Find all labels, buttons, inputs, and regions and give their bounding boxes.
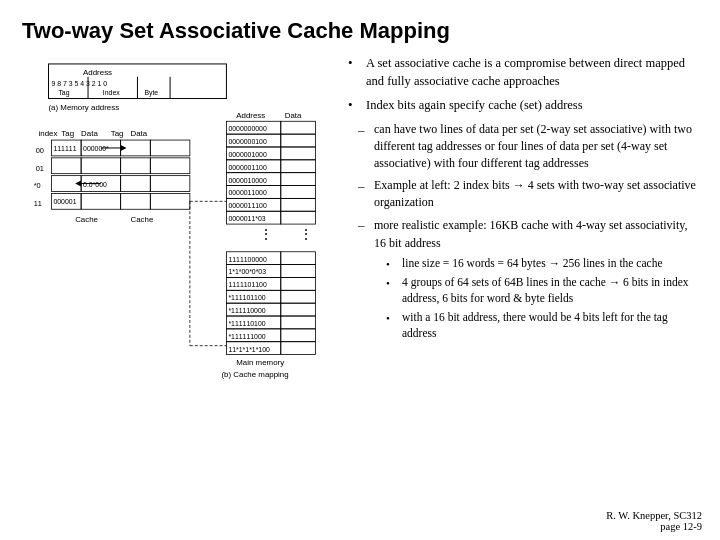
- svg-rect-64: [281, 186, 316, 199]
- svg-text:1111100000: 1111100000: [228, 256, 267, 263]
- bullet-2: • Index bits again specify cache (set) a…: [348, 96, 698, 115]
- svg-rect-25: [121, 158, 151, 174]
- svg-text:Tag: Tag: [61, 129, 74, 138]
- svg-rect-55: [281, 147, 316, 160]
- svg-text:0000011100: 0000011100: [228, 202, 267, 209]
- sub-sub-2-text: 4 groups of 64 sets of 64B lines in the …: [402, 275, 698, 307]
- svg-text:(b) Cache mapping: (b) Cache mapping: [221, 370, 288, 379]
- page-title: Two-way Set Associative Cache Mapping: [22, 18, 698, 44]
- svg-text:0000001100: 0000001100: [228, 164, 267, 171]
- svg-text:index: index: [39, 129, 58, 138]
- svg-marker-40: [121, 145, 127, 151]
- dash-2: –: [358, 177, 370, 196]
- sub-sub-list: • line size = 16 words = 64 bytes → 256 …: [386, 256, 698, 342]
- svg-text:Main memory: Main memory: [236, 358, 284, 367]
- svg-text:*111101100: *111101100: [228, 294, 265, 301]
- sub-bullet-1-text: can have two lines of data per set (2-wa…: [374, 121, 698, 172]
- svg-text:Cache: Cache: [131, 215, 154, 224]
- content-area: Address 9 8 7 3 5 4 3 2 1 0 Tag Index By…: [22, 54, 698, 493]
- bullet-1-text: A set associative cache is a compromise …: [366, 54, 698, 90]
- svg-text:Data: Data: [131, 129, 148, 138]
- bullet-2-text: Index bits again specify cache (set) add…: [366, 96, 583, 114]
- svg-text:11*1*1*1*100: 11*1*1*1*100: [228, 346, 270, 353]
- dot2-1: •: [386, 257, 398, 273]
- svg-rect-78: [281, 265, 316, 278]
- page: Two-way Set Associative Cache Mapping Ad…: [0, 0, 720, 540]
- bullet-dot-2: •: [348, 96, 362, 115]
- svg-text:*111110000: *111110000: [228, 307, 265, 314]
- svg-text:0000000000: 0000000000: [228, 125, 267, 132]
- svg-text:11: 11: [34, 199, 42, 208]
- svg-text:01: 01: [36, 164, 44, 173]
- svg-text:*111111000: *111111000: [228, 333, 265, 340]
- svg-text:Index: Index: [103, 89, 120, 96]
- svg-marker-42: [75, 181, 81, 187]
- svg-rect-58: [281, 160, 316, 173]
- svg-rect-31: [121, 176, 151, 192]
- svg-text:Cache: Cache: [75, 215, 98, 224]
- svg-rect-93: [281, 329, 316, 342]
- sub-bullet-3-text: more realistic example: 16KB cache with …: [374, 218, 687, 250]
- svg-rect-24: [81, 158, 121, 174]
- svg-text:⋮: ⋮: [299, 226, 313, 242]
- svg-text:9  8  7  3  5  4  3  2  1  0: 9 8 7 3 5 4 3 2 1 0: [51, 80, 107, 87]
- dash-1: –: [358, 121, 370, 140]
- svg-rect-96: [281, 342, 316, 355]
- svg-text:0000001000: 0000001000: [228, 151, 267, 158]
- svg-text:Address: Address: [236, 111, 265, 120]
- svg-text:111111: 111111: [53, 145, 76, 152]
- svg-rect-70: [281, 211, 316, 224]
- bullet-dot-1: •: [348, 54, 362, 73]
- svg-rect-75: [281, 252, 316, 265]
- svg-text:000001: 000001: [53, 198, 76, 205]
- svg-rect-84: [281, 290, 316, 303]
- svg-rect-61: [281, 173, 316, 186]
- sub-sub-1-text: line size = 16 words = 64 bytes → 256 li…: [402, 256, 663, 272]
- dash-3: –: [358, 216, 370, 235]
- sub-sub-3: • with a 16 bit address, there would be …: [386, 310, 698, 342]
- text-panel: • A set associative cache is a compromis…: [342, 54, 698, 350]
- svg-rect-23: [51, 158, 81, 174]
- svg-text:00: 00: [36, 146, 44, 155]
- svg-text:Data: Data: [81, 129, 98, 138]
- svg-rect-26: [150, 158, 190, 174]
- svg-rect-52: [281, 134, 316, 147]
- footer-line1: R. W. Knepper, SC312: [606, 510, 702, 521]
- bullet-1: • A set associative cache is a compromis…: [348, 54, 698, 90]
- svg-text:1111101100: 1111101100: [228, 281, 267, 288]
- svg-text:Data: Data: [285, 111, 302, 120]
- svg-text:Tag: Tag: [58, 89, 69, 97]
- svg-text:1*1*00*0*03: 1*1*00*0*03: [228, 268, 266, 275]
- svg-rect-67: [281, 198, 316, 211]
- svg-text:Byte: Byte: [144, 89, 158, 97]
- sub-bullet-3: – more realistic example: 16KB cache wit…: [358, 216, 698, 345]
- sub-bullet-1: – can have two lines of data per set (2-…: [358, 121, 698, 172]
- sub-bullet-2: – Example at left: 2 index bits → 4 sets…: [358, 177, 698, 211]
- svg-rect-49: [281, 121, 316, 134]
- footer-line2: page 12-9: [606, 521, 702, 532]
- footer: R. W. Knepper, SC312 page 12-9: [606, 510, 702, 532]
- svg-rect-38: [150, 193, 190, 209]
- svg-text:0000011000: 0000011000: [228, 189, 267, 196]
- svg-text:(a) Memory address: (a) Memory address: [48, 103, 119, 112]
- sub-bullet-list: – can have two lines of data per set (2-…: [358, 121, 698, 345]
- svg-rect-90: [281, 316, 316, 329]
- svg-rect-36: [81, 193, 121, 209]
- svg-rect-81: [281, 277, 316, 290]
- svg-text:Tag: Tag: [111, 129, 124, 138]
- svg-text:0000010000: 0000010000: [228, 177, 267, 184]
- sub-sub-3-text: with a 16 bit address, there would be 4 …: [402, 310, 698, 342]
- dot2-3: •: [386, 311, 398, 327]
- svg-rect-87: [281, 303, 316, 316]
- svg-rect-32: [150, 176, 190, 192]
- svg-text:0000011*03: 0000011*03: [228, 215, 265, 222]
- svg-rect-37: [121, 193, 151, 209]
- sub-sub-2: • 4 groups of 64 sets of 64B lines in th…: [386, 275, 698, 307]
- cache-diagram-svg: Address 9 8 7 3 5 4 3 2 1 0 Tag Index By…: [22, 59, 332, 489]
- svg-rect-21: [150, 140, 190, 156]
- diagram-area: Address 9 8 7 3 5 4 3 2 1 0 Tag Index By…: [22, 59, 332, 493]
- sub-sub-1: • line size = 16 words = 64 bytes → 256 …: [386, 256, 698, 273]
- sub-bullet-2-text: Example at left: 2 index bits → 4 sets w…: [374, 177, 698, 211]
- svg-text:⋮: ⋮: [259, 226, 273, 242]
- svg-text:Address: Address: [83, 68, 112, 77]
